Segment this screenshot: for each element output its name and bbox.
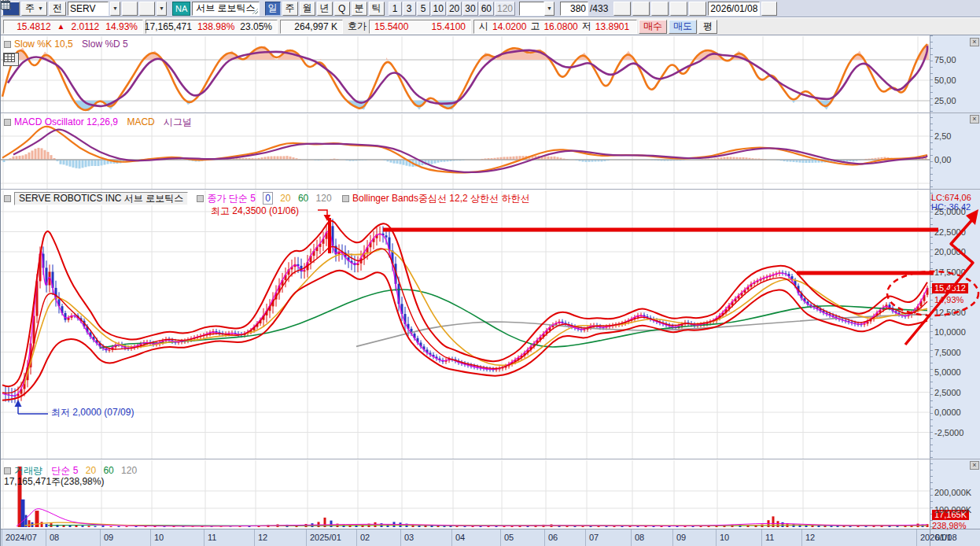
gear-icon[interactable] [689,2,706,16]
panel-bullet-icon[interactable] [4,195,11,202]
axis-separator [801,529,802,546]
compare-chart-icon[interactable] [632,2,650,16]
period-button-Q[interactable]: Q [334,2,350,16]
change-value: 2.0112 [71,21,99,32]
quote-bar: 15.4812 ▲ 2.0112 14.93% 17,165,471 138.9… [1,18,980,35]
trendline-tool-icon[interactable] [651,2,669,16]
close-panel-icon[interactable]: × [970,38,979,46]
vol-ma-120: 120 [121,465,137,476]
sell-button[interactable]: 매도 [669,20,697,34]
period-button-일[interactable]: 일 [265,2,281,16]
panel-bullet-icon[interactable] [4,119,11,126]
axis-separator [916,529,917,546]
axis-separator [585,529,586,546]
chart-canvas[interactable] [1,35,980,529]
macd-panel-header: MACD Oscillator 12,26,9 MACD 시그널 [4,116,192,129]
axis-tick-label: 12,5000 [934,308,966,317]
volume-value: 17,165,471 [145,21,192,32]
symbol-input[interactable] [68,2,109,16]
panel-bullet-icon[interactable] [197,195,204,202]
close-panel-icon[interactable]: × [970,461,979,470]
main-panel-header: SERVE ROBOTICS INC 서브 로보틱스 종가 단순 5 0 20 … [4,192,529,205]
time-axis-label: 07 [589,533,599,542]
axis-separator [400,529,401,546]
period-button-년[interactable]: 년 [317,2,333,16]
panel-separator[interactable] [1,113,980,113]
time-axis-label: 05 [504,533,514,542]
time-axis-label: 10 [154,533,164,542]
axis-tick-label: 50,00 [934,76,956,85]
volume-field: 17,165,471 138.98% 23.05% [146,20,278,34]
resize-grip[interactable] [252,9,258,14]
save-icon[interactable] [670,2,687,16]
time-axis-label: 2024/07 [6,533,37,542]
interval-button-1[interactable]: 1 [389,2,402,16]
panel-bullet-icon[interactable] [4,41,11,48]
stock-chart-window: 주▼ 전 ▼ ▼ NA 서브 로보틱스 일주월년Q분틱 135102030601… [0,0,980,546]
ohl-field: 시 14.0200 고 16.0800 저 13.8901 [473,20,637,34]
symbol-dropdown-icon[interactable]: ▼ [110,2,120,16]
speaker-dropdown-icon[interactable]: ▼ [157,2,167,16]
interval-dropdown-icon[interactable]: ▼ [544,2,554,16]
interval-button-10[interactable]: 10 [431,2,446,16]
current-volume-percent: 238,98% [932,521,966,530]
calendar-icon[interactable] [761,2,777,16]
turnover-percent: 23.05% [240,21,272,32]
interval-button-60[interactable]: 60 [479,2,494,16]
search-icon[interactable] [122,2,138,16]
ma-label: 종가 단순 5 [207,193,255,204]
low-price: 13.8901 [595,21,629,32]
panel-bullet-icon[interactable] [342,195,349,202]
grid-settings-icon[interactable] [3,53,19,66]
bid-price: 15.4100 [432,21,466,32]
time-axis-label: 03 [404,533,414,542]
axis-separator [761,529,762,546]
volume-ma-label: 단순 5 [51,465,78,476]
period-button-틱[interactable]: 틱 [369,2,385,16]
custom-interval-combo[interactable]: ▼ [519,2,554,16]
interval-button-20[interactable]: 20 [447,2,462,16]
time-axis-label: 12 [258,533,267,542]
panel-separator[interactable] [1,459,980,459]
panel-separator[interactable] [1,189,980,190]
time-axis-label: 09 [676,533,686,542]
macd-osc-label: MACD Oscillator 12,26,9 [14,116,118,127]
stock-name: 서브 로보틱스 [196,2,255,15]
interval-button-5[interactable]: 5 [417,2,430,16]
ma-value-60: 60 [298,193,308,204]
bar-count-input[interactable] [560,2,588,16]
interval-button-120[interactable]: 120 [495,2,515,16]
chart-type-dropdown[interactable]: 주▼ [21,2,47,16]
avg-button[interactable]: 평 [698,20,717,34]
axis-separator [500,529,501,546]
stock-name-field[interactable]: 서브 로보틱스 [192,2,259,16]
time-axis[interactable]: 2024/0708091011122025/010203040506070809… [1,529,980,546]
candle-chart-icon[interactable] [613,2,631,16]
axis-tick-label: 25,00 [934,96,956,105]
axis-tick-label: 100,000K [934,505,971,515]
panel-bullet-icon[interactable] [4,467,11,474]
period-button-분[interactable]: 분 [352,2,367,16]
period-button-월[interactable]: 월 [300,2,315,16]
chart-region: 2024/0708091011122025/010203040506070809… [1,35,980,546]
interval-button-30[interactable]: 30 [462,2,477,16]
time-axis-label: 12 [805,533,815,542]
buy-button[interactable]: 매수 [639,20,667,34]
high-price: 16.0800 [543,21,577,32]
prev-stock-button[interactable]: 전 [49,2,66,16]
close-panel-icon[interactable]: × [970,115,979,124]
chart-type-label: 주 [25,2,35,15]
period-button-주[interactable]: 주 [282,2,298,16]
axis-tick-label: 7,5000 [934,348,961,357]
bar-count-total: /433 [590,3,608,14]
speaker-icon[interactable] [139,2,155,16]
axis-tick-label: 2,50 [934,131,951,141]
stoch-panel-header: Slow %K 10,5 Slow %D 5 [4,39,128,50]
time-axis-label: 11 [765,533,774,542]
axis-tick-label: 10,0000 [934,327,966,337]
stoch-d-label: Slow %D 5 [82,39,128,50]
vol-ma-20: 20 [86,465,96,476]
exchange-badge: NA [172,2,190,16]
date-field[interactable]: 2026/01/08 [708,2,760,16]
interval-button-3[interactable]: 3 [403,2,416,16]
